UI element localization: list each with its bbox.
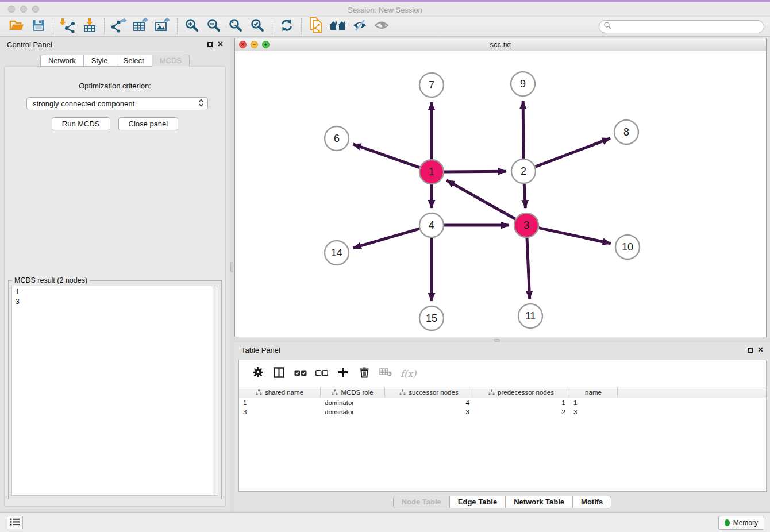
export-table-button[interactable] <box>130 18 152 35</box>
graph-edge-1-2[interactable] <box>444 171 506 172</box>
float-panel-icon[interactable] <box>207 42 213 47</box>
graph-edge-3-11[interactable] <box>527 238 530 299</box>
tab-edge-table[interactable]: Edge Table <box>449 496 506 508</box>
network-window-titlebar[interactable]: × − + scc.txt <box>235 38 766 51</box>
criterion-dropdown[interactable]: strongly connected component <box>26 97 208 110</box>
result-scrollbar[interactable] <box>213 286 218 495</box>
search-input[interactable] <box>614 22 759 30</box>
delete-table-icon <box>379 368 392 379</box>
graph-node-15[interactable]: 15 <box>419 306 444 330</box>
close-panel-icon[interactable]: × <box>758 347 763 353</box>
table-panel: Table Panel × f(x) shared nameMCDS roles… <box>234 342 770 512</box>
graph-node-14[interactable]: 14 <box>325 241 349 265</box>
memory-button[interactable]: Memory <box>718 516 764 530</box>
tab-style[interactable]: Style <box>83 55 116 67</box>
delete-table-button[interactable] <box>375 365 396 382</box>
table-row[interactable]: 3dominator323 <box>239 407 766 417</box>
zoom-in-button[interactable] <box>181 18 203 35</box>
table-cell[interactable]: 3 <box>569 408 618 415</box>
minimize-network-button[interactable]: − <box>251 41 258 48</box>
graph-edge-2-8[interactable] <box>536 138 610 167</box>
horizontal-splitter[interactable] <box>234 338 770 342</box>
graph-node-2[interactable]: 2 <box>511 159 536 183</box>
graph-node-10[interactable]: 10 <box>615 235 640 259</box>
svg-text:9: 9 <box>520 78 526 90</box>
tab-node-table[interactable]: Node Table <box>393 496 450 508</box>
splitter-grip[interactable] <box>230 262 233 272</box>
table-cell[interactable]: 2 <box>473 408 569 415</box>
table-cell[interactable]: dominator <box>321 408 385 415</box>
svg-text:2: 2 <box>521 165 526 177</box>
import-network-button[interactable] <box>57 18 79 35</box>
table-panel-header: Table Panel × <box>234 342 770 357</box>
graph-edge-2-9[interactable] <box>523 101 523 159</box>
graph-edge-2-3[interactable] <box>524 184 525 208</box>
graph-node-1[interactable]: 1 <box>419 160 444 184</box>
network-canvas[interactable]: 7968124314101511 <box>235 52 766 337</box>
table-cell[interactable]: 3 <box>239 408 321 415</box>
deselect-all-button[interactable] <box>311 365 332 382</box>
zoom-out-button[interactable] <box>203 18 225 35</box>
table-cell[interactable]: 1 <box>473 399 569 406</box>
splitter-grip[interactable] <box>494 339 500 342</box>
network-graph[interactable]: 7968124314101511 <box>235 52 766 337</box>
clone-network-button[interactable] <box>305 18 327 35</box>
gear-button[interactable] <box>247 365 268 382</box>
mcds-result-text[interactable]: 1 3 <box>11 286 218 496</box>
table-cell[interactable]: 4 <box>385 399 473 406</box>
zoom-selected-button[interactable] <box>247 18 268 35</box>
run-mcds-button[interactable]: Run MCDS <box>52 117 110 130</box>
column-header-successor-nodes[interactable]: successor nodes <box>385 387 473 398</box>
add-column-button[interactable] <box>332 365 353 382</box>
graph-edge-3-10[interactable] <box>539 228 611 244</box>
export-image-button[interactable] <box>152 18 174 35</box>
graph-node-3[interactable]: 3 <box>514 213 538 237</box>
column-header-predecessor-nodes[interactable]: predecessor nodes <box>473 387 569 398</box>
table-cell[interactable]: 3 <box>385 408 473 415</box>
svg-text:3: 3 <box>523 219 529 231</box>
table-cell[interactable]: 1 <box>239 399 321 406</box>
select-all-button[interactable] <box>290 365 311 382</box>
fit-content-button[interactable] <box>225 18 247 35</box>
graph-node-7[interactable]: 7 <box>419 73 444 97</box>
export-network-button[interactable] <box>108 18 130 35</box>
graph-node-8[interactable]: 8 <box>614 120 638 144</box>
close-panel-button[interactable]: Close panel <box>118 117 179 130</box>
graph-node-6[interactable]: 6 <box>325 126 349 151</box>
table-cell[interactable]: 1 <box>569 399 618 406</box>
graph-node-9[interactable]: 9 <box>511 72 535 96</box>
column-header-shared-name[interactable]: shared name <box>239 387 321 398</box>
table-cell[interactable]: dominator <box>321 399 385 406</box>
delete-column-button[interactable] <box>353 365 375 382</box>
open-session-button[interactable] <box>6 18 28 35</box>
tab-network[interactable]: Network <box>40 55 84 67</box>
column-header-name[interactable]: name <box>569 387 618 398</box>
close-network-button[interactable]: × <box>239 41 247 48</box>
show-eye-button[interactable] <box>371 18 392 35</box>
home-button[interactable] <box>327 18 349 35</box>
table-panel-title: Table Panel <box>241 346 280 354</box>
graph-node-11[interactable]: 11 <box>518 304 542 328</box>
tab-select[interactable]: Select <box>116 55 152 67</box>
tab-mcds[interactable]: MCDS <box>152 55 190 67</box>
graph-edge-1-6[interactable] <box>353 144 419 168</box>
search-field[interactable] <box>599 20 764 33</box>
float-panel-icon[interactable] <box>748 348 753 353</box>
task-history-button[interactable] <box>7 516 23 529</box>
columns-button[interactable] <box>268 365 290 382</box>
vertical-splitter[interactable] <box>230 37 234 512</box>
close-panel-icon[interactable]: × <box>218 41 223 47</box>
save-session-button[interactable] <box>28 18 49 35</box>
import-table-button[interactable] <box>79 18 101 35</box>
graph-edge-3-1[interactable] <box>446 180 515 219</box>
graph-node-4[interactable]: 4 <box>419 213 444 237</box>
graph-edge-4-14[interactable] <box>353 229 419 248</box>
refresh-button[interactable] <box>276 18 298 35</box>
maximize-network-button[interactable]: + <box>262 41 270 48</box>
tab-network-table[interactable]: Network Table <box>505 496 573 508</box>
table-row[interactable]: 1dominator411 <box>239 398 766 407</box>
tab-motifs[interactable]: Motifs <box>572 496 611 508</box>
function-builder-button[interactable]: f(x) <box>401 368 416 379</box>
hide-details-button[interactable] <box>349 18 371 35</box>
column-header-MCDS-role[interactable]: MCDS role <box>321 387 385 398</box>
